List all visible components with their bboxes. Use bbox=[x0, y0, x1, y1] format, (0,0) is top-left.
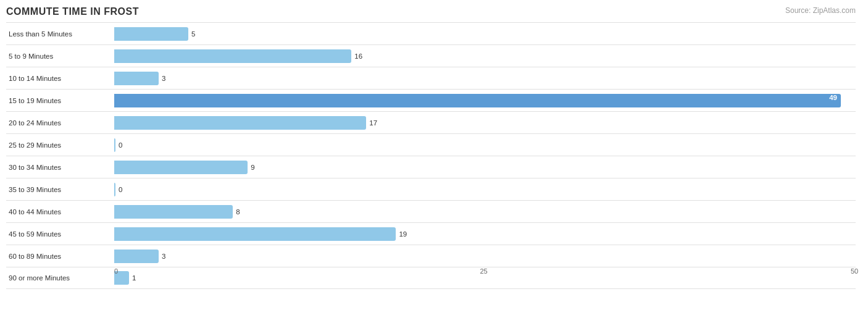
bar-track: 8 bbox=[114, 201, 856, 222]
bar-row: 10 to 14 Minutes3 bbox=[6, 67, 856, 89]
x-axis-tick: 25 bbox=[480, 267, 488, 275]
bar-fill bbox=[114, 49, 351, 63]
bar-track: 3 bbox=[114, 67, 856, 89]
bar-fill bbox=[114, 250, 159, 263]
bar-label: 10 to 14 Minutes bbox=[6, 75, 114, 82]
bar-track: 0 bbox=[114, 178, 856, 200]
bar-label: 60 to 89 Minutes bbox=[6, 253, 114, 260]
bar-label: 5 to 9 Minutes bbox=[6, 52, 114, 60]
chart-container: COMMUTE TIME IN FROST Source: ZipAtlas.c… bbox=[0, 0, 868, 323]
bar-track: 9 bbox=[114, 156, 856, 178]
bar-row: 15 to 19 Minutes49 bbox=[6, 89, 856, 111]
bar-value: 0 bbox=[119, 186, 122, 193]
bar-value: 49 bbox=[829, 94, 837, 101]
bar-row: 60 to 89 Minutes3 bbox=[6, 245, 856, 267]
bar-label: 30 to 34 Minutes bbox=[6, 164, 114, 171]
bar-fill bbox=[114, 138, 115, 152]
bar-label: 90 or more Minutes bbox=[6, 274, 114, 282]
bar-label: 40 to 44 Minutes bbox=[6, 208, 114, 216]
bar-row: 20 to 24 Minutes17 bbox=[6, 111, 856, 133]
bar-track: 3 bbox=[114, 245, 856, 267]
bar-row: 40 to 44 Minutes8 bbox=[6, 200, 856, 222]
bar-label: Less than 5 Minutes bbox=[6, 30, 114, 38]
bar-value: 3 bbox=[162, 253, 165, 260]
bar-track: 5 bbox=[114, 23, 856, 44]
bar-label: 45 to 59 Minutes bbox=[6, 230, 114, 238]
bar-fill bbox=[114, 116, 366, 130]
bar-value: 9 bbox=[251, 164, 254, 171]
bar-label: 20 to 24 Minutes bbox=[6, 119, 114, 127]
bar-value: 16 bbox=[354, 52, 362, 60]
chart-area: Less than 5 Minutes55 to 9 Minutes1610 t… bbox=[6, 22, 856, 283]
bar-row: 30 to 34 Minutes9 bbox=[6, 156, 856, 178]
x-axis-tick: 50 bbox=[851, 267, 858, 275]
bar-fill: 49 bbox=[114, 94, 841, 107]
bar-value: 5 bbox=[191, 30, 195, 38]
bar-track: 17 bbox=[114, 112, 856, 133]
bar-row: 35 to 39 Minutes0 bbox=[6, 178, 856, 200]
bars-wrapper: Less than 5 Minutes55 to 9 Minutes1610 t… bbox=[6, 22, 856, 265]
bar-fill bbox=[114, 205, 233, 219]
bar-label: 15 to 19 Minutes bbox=[6, 97, 114, 104]
bar-track: 0 bbox=[114, 134, 856, 156]
bar-track: 49 bbox=[114, 90, 856, 111]
bar-value: 8 bbox=[236, 208, 240, 216]
bar-value: 3 bbox=[162, 75, 165, 82]
bar-row: 45 to 59 Minutes19 bbox=[6, 222, 856, 245]
bar-row: 5 to 9 Minutes16 bbox=[6, 44, 856, 67]
bar-fill bbox=[114, 27, 188, 41]
bar-value: 19 bbox=[399, 230, 407, 238]
bar-track: 16 bbox=[114, 45, 856, 67]
bar-fill bbox=[114, 161, 248, 174]
bar-fill bbox=[114, 72, 159, 85]
x-axis-tick: 0 bbox=[114, 267, 118, 275]
bar-label: 35 to 39 Minutes bbox=[6, 186, 114, 193]
bar-fill bbox=[114, 183, 115, 196]
bar-value: 0 bbox=[119, 141, 122, 149]
bar-row: Less than 5 Minutes5 bbox=[6, 22, 856, 44]
bar-row: 25 to 29 Minutes0 bbox=[6, 133, 856, 156]
chart-title: COMMUTE TIME IN FROST bbox=[6, 6, 856, 17]
bar-fill bbox=[114, 227, 396, 241]
bar-track: 19 bbox=[114, 223, 856, 245]
bar-label: 25 to 29 Minutes bbox=[6, 141, 114, 149]
bar-value: 17 bbox=[369, 119, 377, 127]
x-axis: 02550 bbox=[114, 267, 856, 280]
source-label: Source: ZipAtlas.com bbox=[785, 6, 856, 15]
